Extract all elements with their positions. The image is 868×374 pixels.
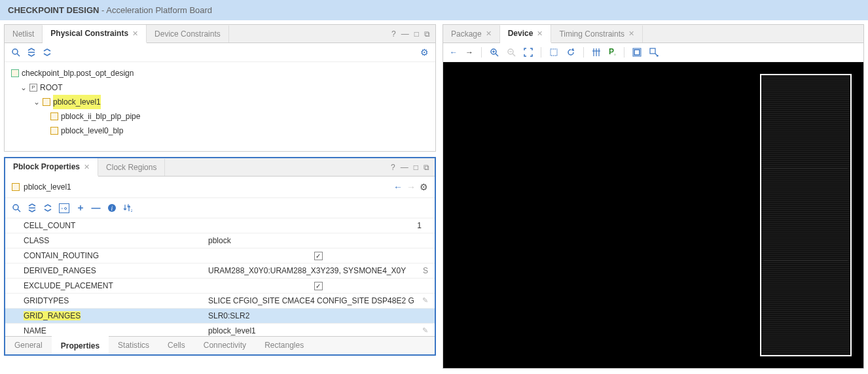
close-icon[interactable]: ✕ <box>537 29 543 38</box>
add-icon[interactable]: ＋ <box>76 202 85 214</box>
chevron-down-icon[interactable]: ⌄ <box>33 95 40 109</box>
tab-timing-constraints[interactable]: Timing Constraints✕ <box>551 26 643 42</box>
nav-back-icon[interactable]: ← <box>450 48 458 57</box>
nav-forward-icon[interactable]: → <box>465 48 473 57</box>
tab-package[interactable]: Package✕ <box>443 26 500 42</box>
prop-row-contain-routing[interactable]: CONTAIN_ROUTING✓ <box>5 248 435 264</box>
tree-root[interactable]: ⌄ P ROOT <box>11 80 429 95</box>
tab-pblock-properties[interactable]: Pblock Properties✕ <box>5 158 98 177</box>
rotate-icon[interactable] <box>566 48 575 57</box>
place-icon[interactable]: P◦ <box>609 47 616 58</box>
collapse-icon[interactable] <box>27 48 36 57</box>
chevron-down-icon[interactable]: ⌄ <box>20 80 27 95</box>
bottom-tab-rectangles[interactable]: Rectangles <box>255 337 313 354</box>
close-icon[interactable]: ✕ <box>628 29 634 38</box>
svg-line-4 <box>18 209 20 212</box>
sort-icon[interactable]: AZ <box>123 203 132 212</box>
nav-forward-icon[interactable]: → <box>407 182 416 192</box>
device-panel: Package✕ Device✕ Timing Constraints✕ ← → <box>443 24 864 369</box>
help-icon[interactable]: ? <box>391 163 395 172</box>
maximize-icon[interactable]: □ <box>414 163 418 172</box>
gear-icon[interactable]: ⚙ <box>420 182 428 192</box>
prop-row-gridtypes[interactable]: GRIDTYPESSLICE CFGIO_SITE CMACE4 CONFIG_… <box>5 294 435 309</box>
props-toolbar: ◦⋄ ＋ — i AZ <box>5 198 435 218</box>
prop-row-grid-ranges[interactable]: GRID_RANGESSLR0:SLR2 <box>5 309 435 324</box>
props-tabs: Pblock Properties✕ Clock Regions ? — □ ⧉ <box>5 158 435 177</box>
right-tabs: Package✕ Device✕ Timing Constraints✕ <box>443 25 863 43</box>
search-icon[interactable] <box>12 203 21 212</box>
collapse-icon[interactable] <box>27 203 37 212</box>
tab-physical-constraints[interactable]: Physical Constraints✕ <box>43 25 147 43</box>
prop-row-exclude-placement[interactable]: EXCLUDE_PLACEMENT✓ <box>5 279 435 294</box>
bottom-tab-cells[interactable]: Cells <box>158 337 194 354</box>
zoom-out-icon[interactable] <box>507 48 516 57</box>
properties-table: CELL_COUNT1 CLASSpblock CONTAIN_ROUTING✓… <box>5 218 435 336</box>
highlight-icon[interactable] <box>632 48 642 57</box>
float-icon[interactable]: ⧉ <box>424 163 429 172</box>
zoom-fit-icon[interactable] <box>524 48 533 57</box>
tree-pblock-level1[interactable]: ⌄ pblock_level1 <box>11 95 429 109</box>
help-icon[interactable]: ? <box>391 29 396 39</box>
remove-icon[interactable]: — <box>92 203 101 213</box>
bottom-tab-general[interactable]: General <box>5 337 52 354</box>
tree-pblock-ii[interactable]: pblock_ii_blp_plp_pipe <box>11 109 429 124</box>
close-icon[interactable]: ✕ <box>132 29 138 38</box>
draw-pblock-icon[interactable] <box>649 48 659 57</box>
tree-pblock-level0[interactable]: pblock_level0_blp <box>11 124 429 138</box>
edit-icon[interactable]: ✎ <box>422 326 428 335</box>
expand-icon[interactable] <box>43 203 52 212</box>
svg-rect-24 <box>650 48 655 54</box>
nav-back-icon[interactable]: ← <box>393 182 403 192</box>
bottom-tab-statistics[interactable]: Statistics <box>109 337 158 354</box>
svg-line-16 <box>513 54 515 56</box>
close-icon[interactable]: ✕ <box>486 29 492 38</box>
svg-line-1 <box>17 54 20 56</box>
device-die <box>760 74 852 356</box>
close-icon[interactable]: ✕ <box>84 163 90 171</box>
tab-clock-regions[interactable]: Clock Regions <box>98 159 165 176</box>
svg-line-13 <box>496 54 498 56</box>
svg-text:i: i <box>111 205 113 212</box>
info-icon[interactable]: i <box>107 203 117 212</box>
left-top-tabs: Netlist Physical Constraints✕ Device Con… <box>5 25 435 43</box>
pblock-icon <box>50 112 58 120</box>
minimize-icon[interactable]: — <box>401 163 408 172</box>
svg-rect-17 <box>551 49 557 56</box>
tree-root-file[interactable]: checkpoint_blp.post_opt_design <box>11 66 429 80</box>
header-subtitle: - Acceleration Platform Board <box>99 5 212 15</box>
props-object-header: pblock_level1 ← → ⚙ <box>5 177 435 198</box>
maximize-icon[interactable]: □ <box>414 29 419 39</box>
svg-text:Z: Z <box>131 209 132 212</box>
svg-text:A: A <box>127 203 130 207</box>
routing-icon[interactable] <box>592 48 601 57</box>
tab-netlist[interactable]: Netlist <box>5 26 43 42</box>
prop-row-name[interactable]: NAMEpblock_level1✎ <box>5 324 435 337</box>
zoom-in-icon[interactable] <box>490 48 499 57</box>
checkbox-checked-icon[interactable]: ✓ <box>314 252 323 260</box>
tree-toolbar: ⚙ <box>5 43 435 62</box>
props-bottom-tabs: General Properties Statistics Cells Conn… <box>5 336 435 354</box>
gear-icon[interactable]: ⚙ <box>420 47 429 58</box>
float-icon[interactable]: ⧉ <box>424 29 430 39</box>
prop-row-class[interactable]: CLASSpblock <box>5 233 435 248</box>
expand-icon[interactable] <box>43 48 52 57</box>
tab-device[interactable]: Device✕ <box>500 25 552 43</box>
bottom-tab-properties[interactable]: Properties <box>52 336 109 354</box>
svg-rect-22 <box>634 50 640 55</box>
minimize-icon[interactable]: — <box>401 29 409 39</box>
pblock-icon <box>12 183 20 191</box>
search-icon[interactable] <box>11 48 20 57</box>
header-title: CHECKPOINT DESIGN <box>8 5 99 15</box>
tab-device-constraints[interactable]: Device Constraints <box>147 26 229 42</box>
pblock-root-icon: P <box>29 84 37 92</box>
prop-row-derived-ranges[interactable]: DERIVED_RANGESURAM288_X0Y0:URAM288_X3Y23… <box>5 264 435 279</box>
svg-point-3 <box>13 205 18 210</box>
select-area-icon[interactable] <box>549 48 558 57</box>
edit-icon[interactable]: ✎ <box>422 296 428 305</box>
device-canvas[interactable] <box>443 62 863 368</box>
checkbox-checked-icon[interactable]: ✓ <box>314 282 323 290</box>
graph-icon[interactable]: ◦⋄ <box>59 203 69 213</box>
file-icon <box>11 69 19 77</box>
bottom-tab-connectivity[interactable]: Connectivity <box>194 337 255 354</box>
prop-row-cell-count[interactable]: CELL_COUNT1 <box>5 218 435 233</box>
